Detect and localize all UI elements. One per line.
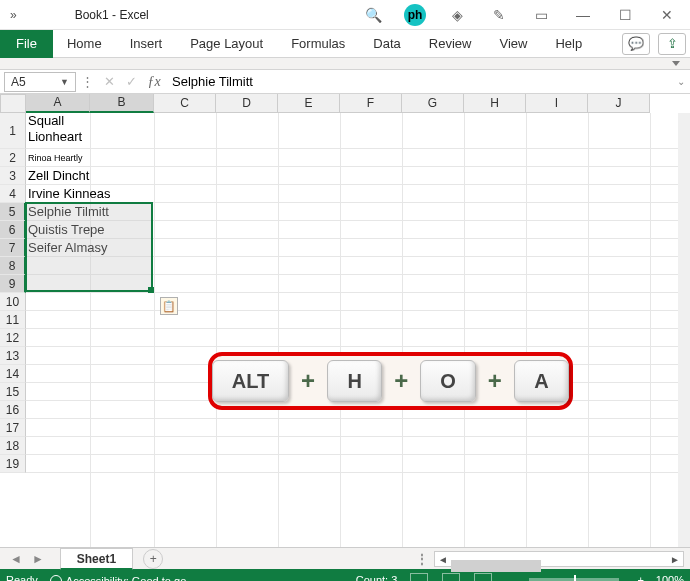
cell-a4[interactable]: Irvine Kinneas xyxy=(26,185,110,203)
status-accessibility[interactable]: Accessibility: Good to go xyxy=(50,573,186,581)
sheet-prev-icon[interactable]: ◄ xyxy=(10,552,22,566)
sheet-tab[interactable]: Sheet1 xyxy=(60,548,133,570)
diamond-icon[interactable]: ◈ xyxy=(446,4,468,26)
share-button[interactable]: ⇪ xyxy=(658,33,686,55)
comments-button[interactable]: 💬 xyxy=(622,33,650,55)
view-page-break-icon[interactable] xyxy=(474,573,492,581)
zoom-out-button[interactable]: – xyxy=(505,574,511,581)
ribbon-collapse-icon[interactable]: » xyxy=(2,8,25,22)
row-header-14[interactable]: 14 xyxy=(0,365,26,383)
formula-expand-icon[interactable]: ⌄ xyxy=(672,76,690,87)
cells-area[interactable]: Squall LionheartRinoa HeartlyZell Dincht… xyxy=(26,113,678,547)
formula-input[interactable] xyxy=(166,72,672,92)
row-header-15[interactable]: 15 xyxy=(0,383,26,401)
col-header-c[interactable]: C xyxy=(154,94,216,113)
close-button[interactable]: ✕ xyxy=(656,4,678,26)
key-alt: ALT xyxy=(212,360,289,402)
fx-icon[interactable]: ƒx xyxy=(142,74,166,90)
row-header-10[interactable]: 10 xyxy=(0,293,26,311)
new-sheet-button[interactable]: + xyxy=(143,549,163,569)
col-header-j[interactable]: J xyxy=(588,94,650,113)
row-header-7[interactable]: 7 xyxy=(0,239,26,257)
select-all-corner[interactable] xyxy=(0,94,26,113)
row-header-19[interactable]: 19 xyxy=(0,455,26,473)
namebox-more-icon[interactable]: ⋮ xyxy=(76,74,98,89)
row-header-6[interactable]: 6 xyxy=(0,221,26,239)
chevron-down-icon[interactable]: ▼ xyxy=(60,77,69,87)
key-h: H xyxy=(327,360,382,402)
cell-a6[interactable]: Quistis Trepe xyxy=(26,221,105,239)
tab-formulas[interactable]: Formulas xyxy=(277,30,359,58)
view-page-layout-icon[interactable] xyxy=(442,573,460,581)
ribbon-collapse-strip[interactable] xyxy=(0,58,690,70)
row-header-5[interactable]: 5 xyxy=(0,203,26,221)
col-header-e[interactable]: E xyxy=(278,94,340,113)
formula-bar: A5▼ ⋮ ✕ ✓ ƒx ⌄ xyxy=(0,70,690,94)
scroll-right-icon[interactable]: ► xyxy=(667,554,683,565)
tab-help[interactable]: Help xyxy=(541,30,596,58)
accessibility-icon xyxy=(50,575,62,581)
shortcut-overlay: ALT + H + O + A xyxy=(208,352,573,410)
row-header-18[interactable]: 18 xyxy=(0,437,26,455)
row-header-13[interactable]: 13 xyxy=(0,347,26,365)
title-bar: » Book1 - Excel 🔍 ph ◈ ✎ ▭ — ☐ ✕ xyxy=(0,0,690,30)
tab-file[interactable]: File xyxy=(0,30,53,58)
col-header-h[interactable]: H xyxy=(464,94,526,113)
cell-a1[interactable]: Squall Lionheart xyxy=(26,113,90,149)
scroll-left-icon[interactable]: ◄ xyxy=(435,554,451,565)
horizontal-scrollbar[interactable]: ◄ ► xyxy=(434,551,684,567)
row-header-11[interactable]: 11 xyxy=(0,311,26,329)
ribbon-display-icon[interactable]: ▭ xyxy=(530,4,552,26)
name-box[interactable]: A5▼ xyxy=(4,72,76,92)
tab-home[interactable]: Home xyxy=(53,30,116,58)
col-header-a[interactable]: A xyxy=(26,94,90,113)
window-title: Book1 - Excel xyxy=(75,8,149,22)
plus-icon: + xyxy=(488,367,502,395)
col-header-i[interactable]: I xyxy=(526,94,588,113)
status-count: Count: 3 xyxy=(356,574,398,581)
paste-options-icon[interactable]: 📋 xyxy=(160,297,178,315)
col-header-g[interactable]: G xyxy=(402,94,464,113)
status-ready: Ready xyxy=(6,574,38,581)
row-header-1[interactable]: 1 xyxy=(0,113,26,149)
tab-page-layout[interactable]: Page Layout xyxy=(176,30,277,58)
search-icon[interactable]: 🔍 xyxy=(362,4,384,26)
status-bar: Ready Accessibility: Good to go Count: 3… xyxy=(0,569,690,581)
tab-data[interactable]: Data xyxy=(359,30,414,58)
cell-a5[interactable]: Selphie Tilmitt xyxy=(26,203,109,221)
account-icon[interactable]: ph xyxy=(404,4,426,26)
col-header-d[interactable]: D xyxy=(216,94,278,113)
maximize-button[interactable]: ☐ xyxy=(614,4,636,26)
tab-insert[interactable]: Insert xyxy=(116,30,177,58)
cancel-icon[interactable]: ✕ xyxy=(98,74,120,89)
view-normal-icon[interactable] xyxy=(410,573,428,581)
cell-a3[interactable]: Zell Dincht xyxy=(26,167,89,185)
minimize-button[interactable]: — xyxy=(572,4,594,26)
row-header-8[interactable]: 8 xyxy=(0,257,26,275)
row-header-17[interactable]: 17 xyxy=(0,419,26,437)
tab-view[interactable]: View xyxy=(485,30,541,58)
cell-a2[interactable]: Rinoa Heartly xyxy=(26,149,83,167)
row-header-3[interactable]: 3 xyxy=(0,167,26,185)
tab-strip-divider: ⋮ xyxy=(416,552,430,566)
plus-icon: + xyxy=(301,367,315,395)
wand-icon[interactable]: ✎ xyxy=(488,4,510,26)
zoom-in-button[interactable]: + xyxy=(637,574,643,581)
col-header-b[interactable]: B xyxy=(90,94,154,113)
sheet-tab-strip: ◄ ► Sheet1 + ⋮ ◄ ► xyxy=(0,547,690,569)
enter-icon[interactable]: ✓ xyxy=(120,74,142,89)
sheet-next-icon[interactable]: ► xyxy=(32,552,44,566)
row-header-2[interactable]: 2 xyxy=(0,149,26,167)
row-header-9[interactable]: 9 xyxy=(0,275,26,293)
col-header-f[interactable]: F xyxy=(340,94,402,113)
row-header-16[interactable]: 16 xyxy=(0,401,26,419)
row-headers: 12345678910111213141516171819 xyxy=(0,113,26,473)
key-a: A xyxy=(514,360,569,402)
row-header-4[interactable]: 4 xyxy=(0,185,26,203)
vertical-scrollbar[interactable] xyxy=(678,113,690,547)
plus-icon: + xyxy=(394,367,408,395)
scroll-thumb[interactable] xyxy=(451,560,541,572)
tab-review[interactable]: Review xyxy=(415,30,486,58)
cell-a7[interactable]: Seifer Almasy xyxy=(26,239,107,257)
row-header-12[interactable]: 12 xyxy=(0,329,26,347)
